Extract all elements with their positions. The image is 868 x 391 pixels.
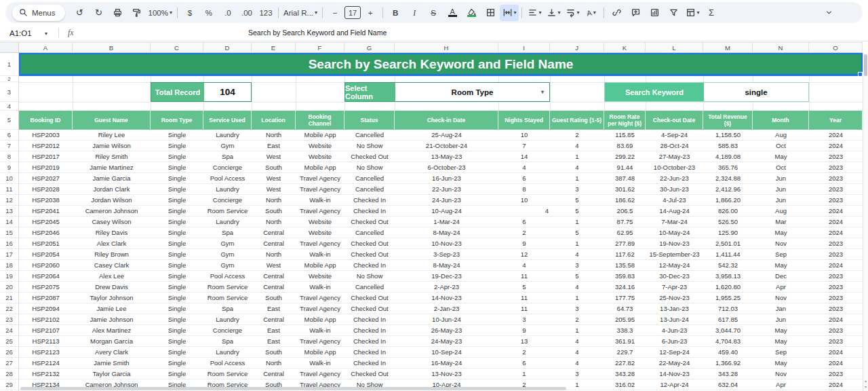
cell[interactable]: 1 xyxy=(550,173,604,184)
cell[interactable]: 2,324.88 xyxy=(703,173,753,184)
cell[interactable]: 8-May-24 xyxy=(395,227,498,238)
name-box[interactable]: A1:O1 ▾ xyxy=(9,25,47,41)
cell[interactable]: 316.02 xyxy=(604,379,646,390)
insert-table-button[interactable]: ▾ xyxy=(683,5,702,21)
row-header-1[interactable]: 1 xyxy=(0,53,18,76)
cell[interactable]: 2023 xyxy=(809,238,863,249)
cell[interactable]: 5 xyxy=(550,271,604,282)
row-header-18[interactable]: 18 xyxy=(0,260,18,271)
cell[interactable]: South xyxy=(252,293,296,303)
more-formats-button[interactable]: 123 xyxy=(256,5,275,21)
cell[interactable]: HSP2075 xyxy=(19,282,73,293)
cell[interactable]: 277.89 xyxy=(604,238,646,249)
hide-menus-button[interactable] xyxy=(819,5,838,21)
table-header-cell[interactable]: Booking ID xyxy=(19,111,73,130)
cell[interactable]: HSP2113 xyxy=(19,336,73,347)
cell[interactable]: 229.7 xyxy=(604,347,646,358)
cell[interactable]: 1 xyxy=(550,293,604,303)
cell[interactable]: Concierge xyxy=(203,195,252,206)
cell[interactable]: 3,958.13 xyxy=(703,271,753,282)
table-header-cell[interactable]: Guest Name xyxy=(73,111,151,130)
cell[interactable]: Walk-in xyxy=(296,282,344,293)
cell[interactable]: 2023 xyxy=(809,303,863,314)
cell[interactable]: 117.62 xyxy=(604,249,646,260)
cell[interactable]: Laundry xyxy=(203,314,252,325)
cell[interactable]: 25-Nov-23 xyxy=(646,293,703,303)
cell[interactable]: 4 xyxy=(498,162,550,173)
cell[interactable]: Checked Out xyxy=(344,151,395,162)
cell[interactable]: Jamie Lee xyxy=(73,303,151,314)
cell[interactable]: Central xyxy=(252,238,296,249)
cell[interactable]: 3 xyxy=(550,260,604,271)
cell[interactable]: 10 xyxy=(498,130,550,141)
cell[interactable]: West xyxy=(252,173,296,184)
cell[interactable]: 10-Sep-24 xyxy=(395,347,498,358)
cell[interactable]: 2-Apr-23 xyxy=(395,282,498,293)
select-column-dropdown[interactable]: Room Type ▾ xyxy=(395,83,549,101)
cell[interactable]: 64.73 xyxy=(604,303,646,314)
cell[interactable]: 21-October-24 xyxy=(395,141,498,151)
cell[interactable]: 19-Nov-23 xyxy=(646,238,703,249)
cell[interactable]: 3 xyxy=(550,369,604,379)
cell[interactable]: 87.75 xyxy=(604,217,646,227)
cell[interactable]: 2024 xyxy=(809,217,863,227)
cell[interactable]: 26-May-23 xyxy=(395,325,498,336)
cell[interactable]: South xyxy=(252,347,296,358)
cell[interactable]: 2023 xyxy=(809,151,863,162)
cell[interactable]: HSP2051 xyxy=(19,238,73,249)
cell[interactable]: Central xyxy=(252,369,296,379)
text-color-button[interactable]: A xyxy=(443,5,462,21)
column-header-J[interactable]: J xyxy=(550,43,604,52)
cell[interactable]: 3,044.70 xyxy=(703,325,753,336)
cell[interactable]: 4 xyxy=(498,206,550,217)
cell[interactable]: 24-Jun-23 xyxy=(395,195,498,206)
cell[interactable]: Checked Out xyxy=(344,369,395,379)
column-header-B[interactable]: B xyxy=(73,43,151,52)
cell[interactable]: Single xyxy=(151,130,203,141)
cell[interactable]: Concierge xyxy=(203,162,252,173)
cell[interactable]: Morgan Garcia xyxy=(73,336,151,347)
cell[interactable]: West xyxy=(252,151,296,162)
row-header-21[interactable]: 21 xyxy=(0,293,18,303)
cell[interactable]: Website xyxy=(296,271,344,282)
table-header-cell[interactable]: Room Rate per Night ($) xyxy=(604,111,646,130)
column-header-E[interactable]: E xyxy=(252,43,296,52)
cell[interactable]: Oct xyxy=(753,141,809,151)
cell[interactable]: East xyxy=(252,141,296,151)
cell[interactable]: Nov xyxy=(753,369,809,379)
cell[interactable]: HSP2046 xyxy=(19,227,73,238)
cell[interactable]: Single xyxy=(151,347,203,358)
table-header-cell[interactable]: Status xyxy=(344,111,395,130)
cell[interactable]: 14-Nov-23 xyxy=(646,369,703,379)
cell[interactable]: Mobile App xyxy=(296,314,344,325)
cell[interactable]: Gym xyxy=(203,141,252,151)
cell[interactable]: 299.22 xyxy=(604,151,646,162)
cell[interactable]: Single xyxy=(151,336,203,347)
cell[interactable]: 2023 xyxy=(809,173,863,184)
cell[interactable]: HSP2019 xyxy=(19,162,73,173)
cell[interactable]: Single xyxy=(151,282,203,293)
cell[interactable]: Pool Access xyxy=(203,358,252,369)
row-header-22[interactable]: 22 xyxy=(0,303,18,314)
cell[interactable]: HSP2123 xyxy=(19,347,73,358)
cell[interactable]: May xyxy=(753,227,809,238)
selection-fill-handle[interactable] xyxy=(858,72,863,77)
table-header-cell[interactable]: Month xyxy=(753,111,809,130)
cell[interactable]: Mobile App xyxy=(296,162,344,173)
table-header-cell[interactable]: Location xyxy=(252,111,296,130)
table-header-cell[interactable]: Guest Rating (1-5) xyxy=(550,111,604,130)
cell[interactable]: 1,866.20 xyxy=(703,195,753,206)
cell[interactable]: Checked Out xyxy=(344,238,395,249)
cell[interactable]: Travel Agency xyxy=(296,369,344,379)
cell[interactable]: 542.32 xyxy=(703,260,753,271)
cell[interactable]: May xyxy=(753,260,809,271)
cell[interactable]: Single xyxy=(151,260,203,271)
cell[interactable]: 2 xyxy=(498,227,550,238)
cell[interactable]: 4 xyxy=(550,162,604,173)
increase-decimal-button[interactable]: .00 xyxy=(237,5,256,21)
cell[interactable]: Central xyxy=(252,282,296,293)
text-rotation-button[interactable]: A ▾ xyxy=(582,5,601,21)
row-header-7[interactable]: 7 xyxy=(0,141,18,151)
cell[interactable]: Checked In xyxy=(344,347,395,358)
row-header-25[interactable]: 25 xyxy=(0,336,18,347)
